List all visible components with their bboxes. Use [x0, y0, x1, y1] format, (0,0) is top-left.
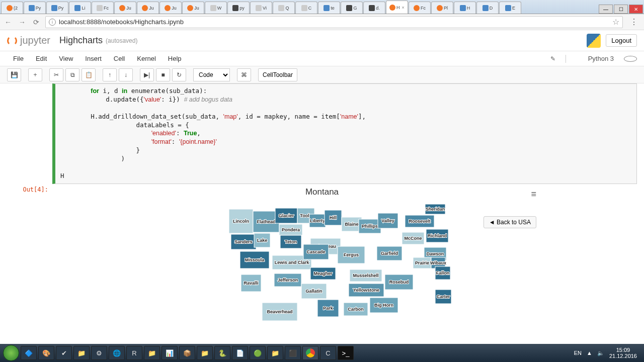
- bookmark-icon[interactable]: ☆: [612, 17, 619, 27]
- county-ravalli[interactable]: [241, 275, 261, 292]
- taskbar-icon[interactable]: 📁: [267, 346, 283, 360]
- taskbar-icon[interactable]: 📁: [144, 346, 160, 360]
- chart-menu-icon[interactable]: ≡: [531, 189, 536, 200]
- county-prairie[interactable]: [413, 257, 431, 268]
- taskbar-icon[interactable]: ✔: [56, 346, 72, 360]
- county-valley[interactable]: [378, 213, 398, 228]
- menu-insert[interactable]: Insert: [79, 55, 108, 62]
- menu-edit[interactable]: Edit: [30, 55, 53, 62]
- county-sheridan[interactable]: [425, 204, 445, 214]
- move-up-button[interactable]: ↑: [103, 68, 117, 81]
- jupyter-logo[interactable]: jupyter: [7, 35, 50, 46]
- taskbar-icon[interactable]: 🟢: [250, 346, 266, 360]
- county-beaverhead[interactable]: [262, 303, 297, 321]
- tray-net-icon[interactable]: 🔈: [597, 350, 604, 356]
- tab[interactable]: D: [476, 2, 499, 14]
- tab[interactable]: Py: [46, 2, 68, 14]
- start-button[interactable]: [3, 345, 19, 361]
- back-to-usa-button[interactable]: ◄ Back to USA: [484, 216, 536, 228]
- tray-flag-icon[interactable]: ▲: [587, 350, 592, 356]
- montana-map[interactable]: LincolnFlatheadGlacierTooleLibertyHillBl…: [224, 199, 465, 344]
- taskbar-icon[interactable]: 🔷: [21, 346, 37, 360]
- county-carter[interactable]: [435, 290, 451, 304]
- code-cell[interactable]: for i, d in enumerate(sub_data): d.updat…: [7, 83, 637, 184]
- save-button[interactable]: 💾: [7, 68, 21, 81]
- tab[interactable]: Fc: [409, 2, 431, 14]
- url-input[interactable]: i localhost:8888/notebooks/Highcharts.ip…: [45, 16, 623, 28]
- window-minimize[interactable]: —: [599, 5, 613, 14]
- tab[interactable]: py: [227, 2, 250, 14]
- restart-button[interactable]: ↻: [172, 68, 186, 81]
- tab[interactable]: (2: [1, 2, 23, 14]
- taskbar-icon[interactable]: 📊: [162, 346, 178, 360]
- menu-help[interactable]: Help: [162, 55, 188, 62]
- taskbar-icon[interactable]: R: [126, 346, 142, 360]
- county-teton[interactable]: [280, 235, 301, 248]
- logout-button[interactable]: Logout: [606, 34, 637, 47]
- taskbar-chrome-icon[interactable]: [302, 346, 318, 360]
- taskbar-icon[interactable]: 🐍: [214, 346, 230, 360]
- taskbar-icon[interactable]: 🎨: [38, 346, 54, 360]
- county-missoula[interactable]: [240, 251, 269, 268]
- tab[interactable]: H: [454, 2, 476, 14]
- taskbar-cmd-icon[interactable]: >_: [338, 346, 354, 360]
- taskbar-icon[interactable]: C: [320, 346, 336, 360]
- county-hill[interactable]: [325, 210, 342, 225]
- taskbar-icon[interactable]: ⬛: [285, 346, 301, 360]
- menu-view[interactable]: View: [53, 55, 79, 62]
- tab[interactable]: Fc: [92, 2, 114, 14]
- paste-button[interactable]: 📋: [82, 68, 96, 81]
- county-yellowstone[interactable]: [349, 284, 384, 297]
- county-fallon[interactable]: [435, 266, 450, 280]
- tab[interactable]: Vi: [250, 2, 272, 14]
- browser-menu-icon[interactable]: ⋮: [627, 17, 641, 27]
- county-gallatin[interactable]: [301, 284, 327, 299]
- tab[interactable]: Ju: [137, 2, 159, 14]
- tray-clock[interactable]: 15:09 21.12.2016: [609, 347, 641, 359]
- county-park[interactable]: [317, 300, 339, 317]
- tab[interactable]: Py: [24, 2, 46, 14]
- tab[interactable]: Ju: [114, 2, 136, 14]
- forward-button[interactable]: →: [17, 17, 27, 27]
- reload-button[interactable]: ⟳: [31, 17, 41, 27]
- county-rosebud[interactable]: [385, 275, 413, 290]
- tray-lang[interactable]: EN: [574, 350, 582, 356]
- county-meagher[interactable]: [310, 267, 336, 280]
- tab[interactable]: C: [295, 2, 317, 14]
- county-garfield[interactable]: [377, 246, 402, 260]
- taskbar-icon[interactable]: 📦: [179, 346, 195, 360]
- county-carbon[interactable]: [344, 303, 368, 316]
- tab[interactable]: d.: [363, 2, 385, 14]
- edit-icon[interactable]: ✎: [544, 55, 561, 62]
- county-richland[interactable]: [426, 229, 448, 242]
- tab[interactable]: Pl: [431, 2, 453, 14]
- back-button[interactable]: ←: [3, 17, 13, 27]
- county-big-horn[interactable]: [370, 298, 398, 313]
- tab[interactable]: Q: [273, 2, 295, 14]
- county-cascade[interactable]: [303, 244, 329, 259]
- county-phillips[interactable]: [359, 219, 381, 233]
- cell-type-select[interactable]: Code: [193, 68, 230, 81]
- county-lake[interactable]: [254, 233, 270, 247]
- county-lincoln[interactable]: [229, 209, 253, 233]
- stop-button[interactable]: ■: [156, 68, 170, 81]
- command-palette-button[interactable]: ⌘: [237, 68, 251, 81]
- copy-button[interactable]: ⧉: [65, 68, 79, 81]
- taskbar-icon[interactable]: ⚙: [91, 346, 107, 360]
- county-roosevelt[interactable]: [405, 215, 434, 227]
- taskbar-icon[interactable]: 📁: [73, 346, 90, 360]
- code-editor[interactable]: for i, d in enumerate(sub_data): d.updat…: [52, 83, 637, 184]
- county-glacier[interactable]: [275, 208, 297, 223]
- window-close[interactable]: ✕: [629, 5, 643, 14]
- window-maximize[interactable]: ☐: [614, 5, 628, 14]
- county-mccone[interactable]: [402, 232, 424, 244]
- menu-file[interactable]: File: [7, 55, 30, 62]
- county-pondera[interactable]: [279, 224, 302, 235]
- tab[interactable]: E: [499, 2, 521, 14]
- tab[interactable]: Ju: [159, 2, 182, 14]
- taskbar-icon[interactable]: 🌐: [109, 346, 125, 360]
- tab[interactable]: G: [341, 2, 363, 14]
- county-fergus[interactable]: [338, 246, 365, 263]
- tab[interactable]: W: [205, 2, 227, 14]
- tab[interactable]: Li: [69, 2, 91, 14]
